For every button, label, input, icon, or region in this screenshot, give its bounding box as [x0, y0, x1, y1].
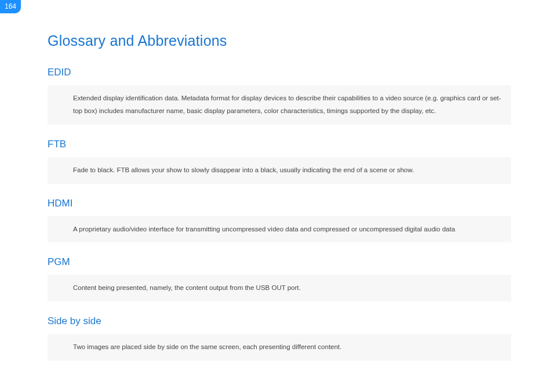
glossary-entry: Side by side Two images are placed side …: [48, 315, 511, 361]
glossary-definition: Content being presented, namely, the con…: [48, 275, 511, 302]
glossary-definition: Two images are placed side by side on th…: [48, 334, 511, 361]
glossary-term: EDID: [48, 67, 511, 78]
glossary-definition: A proprietary audio/video interface for …: [48, 216, 511, 243]
glossary-definition: Fade to black. FTB allows your show to s…: [48, 157, 511, 184]
glossary-entry: EDID Extended display identification dat…: [48, 67, 511, 125]
glossary-definition: Extended display identification data. Me…: [48, 85, 511, 125]
glossary-entry: PGM Content being presented, namely, the…: [48, 256, 511, 302]
page-title: Glossary and Abbreviations: [48, 32, 511, 49]
glossary-entry: HDMI A proprietary audio/video interface…: [48, 198, 511, 243]
glossary-term: FTB: [48, 139, 511, 150]
glossary-content: Glossary and Abbreviations EDID Extended…: [48, 32, 511, 375]
page-number-tab: 164: [0, 0, 21, 13]
glossary-term: PGM: [48, 256, 511, 268]
glossary-term: HDMI: [48, 198, 511, 209]
glossary-term: Side by side: [48, 315, 511, 327]
glossary-entry: FTB Fade to black. FTB allows your show …: [48, 139, 511, 184]
